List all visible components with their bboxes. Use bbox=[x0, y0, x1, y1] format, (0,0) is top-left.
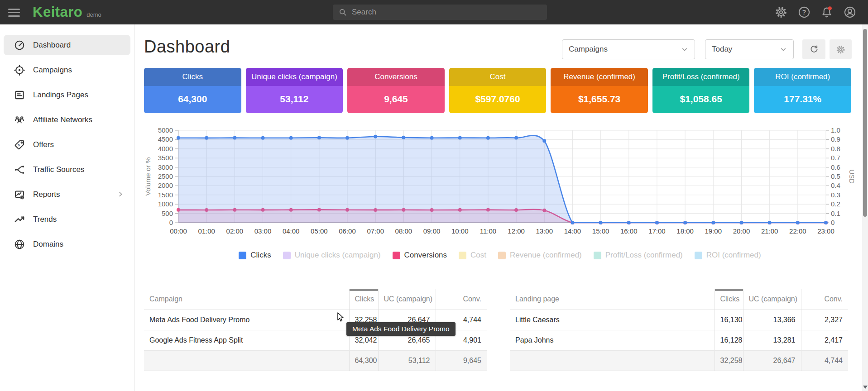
svg-text:0.9: 0.9 bbox=[831, 135, 840, 143]
svg-text:2000: 2000 bbox=[158, 181, 173, 189]
help-icon[interactable]: ? bbox=[798, 6, 810, 19]
sidebar-item-dashboard[interactable]: Dashboard bbox=[0, 33, 134, 57]
svg-text:09:00: 09:00 bbox=[423, 227, 441, 235]
sidebar-item-domains[interactable]: Domains bbox=[0, 232, 134, 257]
svg-text:1500: 1500 bbox=[158, 191, 173, 199]
legend-item-cost[interactable]: Cost bbox=[459, 251, 486, 260]
column-header-campaign[interactable]: Campaign bbox=[144, 289, 349, 310]
refresh-button[interactable] bbox=[802, 39, 825, 59]
stat-card-roi: ROI (confirmed) 177.31% bbox=[754, 68, 851, 113]
svg-text:10:00: 10:00 bbox=[451, 227, 469, 235]
stat-card-label: Cost bbox=[449, 68, 547, 86]
table-row[interactable]: Little Caesars 16,130 13,366 2,327 bbox=[510, 310, 848, 330]
svg-text:4000: 4000 bbox=[158, 145, 173, 153]
column-header-conv[interactable]: Conv. bbox=[436, 289, 487, 310]
svg-text:4500: 4500 bbox=[158, 135, 173, 143]
legend-swatch bbox=[239, 252, 246, 259]
svg-text:?: ? bbox=[802, 8, 806, 16]
legend-swatch bbox=[695, 252, 702, 259]
settings-icon[interactable] bbox=[775, 6, 787, 19]
svg-text:1000: 1000 bbox=[158, 200, 173, 208]
date-range-select[interactable]: Today bbox=[705, 39, 794, 59]
svg-text:00:00: 00:00 bbox=[170, 227, 187, 235]
globe-icon bbox=[14, 238, 25, 250]
svg-text:22:00: 22:00 bbox=[789, 227, 806, 235]
svg-text:0.1: 0.1 bbox=[831, 210, 840, 217]
sidebar-item-traffic-sources[interactable]: Traffic Sources bbox=[0, 157, 134, 182]
chart-legend: Clicks Unique clicks (campaign) Conversi… bbox=[144, 251, 856, 260]
legend-item-conversions[interactable]: Conversions bbox=[393, 251, 447, 260]
legend-item-roi[interactable]: ROI (confirmed) bbox=[695, 251, 761, 260]
svg-text:17:00: 17:00 bbox=[648, 227, 666, 235]
svg-text:11:00: 11:00 bbox=[480, 227, 496, 235]
svg-text:16:00: 16:00 bbox=[620, 227, 638, 235]
sidebar-item-landings-pages[interactable]: Landings Pages bbox=[0, 82, 134, 107]
legend-item-clicks[interactable]: Clicks bbox=[239, 251, 271, 260]
svg-text:$: $ bbox=[18, 143, 20, 147]
sort-indicator bbox=[350, 289, 378, 291]
legend-item-unique-clicks[interactable]: Unique clicks (campaign) bbox=[283, 251, 381, 260]
column-header-clicks[interactable]: Clicks bbox=[715, 289, 743, 310]
column-header-uc-campaign[interactable]: UC (campaign) bbox=[743, 289, 801, 310]
sort-indicator bbox=[715, 289, 743, 291]
stat-card-value: 9,645 bbox=[347, 86, 445, 113]
menu-icon[interactable] bbox=[8, 6, 22, 18]
svg-text:0.4: 0.4 bbox=[831, 181, 840, 189]
svg-text:18:00: 18:00 bbox=[676, 227, 694, 235]
svg-text:12:00: 12:00 bbox=[508, 227, 525, 235]
legend-swatch bbox=[594, 252, 601, 259]
stat-card-clicks: Clicks 64,300 bbox=[144, 68, 241, 113]
gear-icon bbox=[836, 45, 845, 54]
hover-tooltip: Meta Ads Food Delivery Promo bbox=[346, 322, 456, 336]
table-header-row: Campaign Clicks UC (campaign) Conv. bbox=[144, 289, 487, 310]
stat-card-label: Profit/Loss (confirmed) bbox=[652, 68, 750, 86]
account-icon[interactable] bbox=[844, 6, 856, 19]
stat-card-label: Conversions bbox=[347, 68, 445, 86]
landing-pages-table: Landing page Clicks UC (campaign) Conv. … bbox=[510, 289, 848, 371]
search-icon bbox=[338, 8, 347, 17]
svg-text:0: 0 bbox=[169, 219, 173, 226]
brand-badge: demo bbox=[86, 11, 101, 18]
search-input[interactable] bbox=[352, 8, 542, 17]
column-header-conv[interactable]: Conv. bbox=[801, 289, 848, 310]
dashboard-settings-button[interactable] bbox=[830, 39, 852, 59]
sidebar-item-campaigns[interactable]: Campaigns bbox=[0, 57, 134, 82]
svg-text:0.5: 0.5 bbox=[831, 172, 840, 180]
legend-swatch bbox=[283, 252, 291, 259]
svg-text:14:00: 14:00 bbox=[564, 227, 581, 235]
column-header-landing-page[interactable]: Landing page bbox=[510, 289, 715, 310]
svg-text:08:00: 08:00 bbox=[395, 227, 412, 235]
scroll-down-arrow-icon[interactable] bbox=[863, 386, 868, 389]
scrollbar-track[interactable] bbox=[862, 24, 868, 391]
svg-text:0.7: 0.7 bbox=[831, 154, 840, 162]
svg-text:02:00: 02:00 bbox=[226, 227, 244, 235]
sidebar-item-trends[interactable]: Trends bbox=[0, 207, 134, 232]
stat-card-label: ROI (confirmed) bbox=[754, 68, 851, 86]
sidebar-item-offers[interactable]: $ Offers bbox=[0, 132, 134, 157]
column-header-clicks[interactable]: Clicks bbox=[349, 289, 378, 310]
stat-card-value: $1,655.73 bbox=[551, 86, 648, 113]
legend-item-revenue[interactable]: Revenue (confirmed) bbox=[498, 251, 582, 260]
grouping-select[interactable]: Campaigns bbox=[562, 39, 695, 59]
svg-text:07:00: 07:00 bbox=[367, 227, 384, 235]
target-icon bbox=[14, 64, 25, 76]
legend-item-profit-loss[interactable]: Profit/Loss (confirmed) bbox=[594, 251, 683, 260]
table-row[interactable]: Papa Johns 16,128 13,281 2,417 bbox=[510, 330, 848, 350]
refresh-icon bbox=[809, 44, 819, 54]
trending-up-icon bbox=[14, 214, 25, 225]
svg-text:20:00: 20:00 bbox=[733, 227, 750, 235]
stat-card-label: Unique clicks (campaign) bbox=[246, 68, 343, 86]
sidebar-item-affiliate-networks[interactable]: Affiliate Networks bbox=[0, 107, 134, 132]
notifications-icon[interactable] bbox=[820, 6, 833, 19]
global-search[interactable] bbox=[333, 5, 547, 20]
stat-card-value: $1,058.65 bbox=[652, 86, 750, 113]
svg-text:15:00: 15:00 bbox=[592, 227, 609, 235]
scrollbar-thumb[interactable] bbox=[863, 29, 867, 217]
stat-card-value: $597.0760 bbox=[449, 86, 547, 113]
stat-card-cost: Cost $597.0760 bbox=[449, 68, 547, 113]
report-chart-icon bbox=[14, 189, 25, 200]
people-icon bbox=[14, 114, 25, 126]
sidebar-item-reports[interactable]: Reports bbox=[0, 182, 134, 207]
column-header-uc-campaign[interactable]: UC (campaign) bbox=[378, 289, 436, 310]
price-tag-icon: $ bbox=[14, 139, 25, 151]
